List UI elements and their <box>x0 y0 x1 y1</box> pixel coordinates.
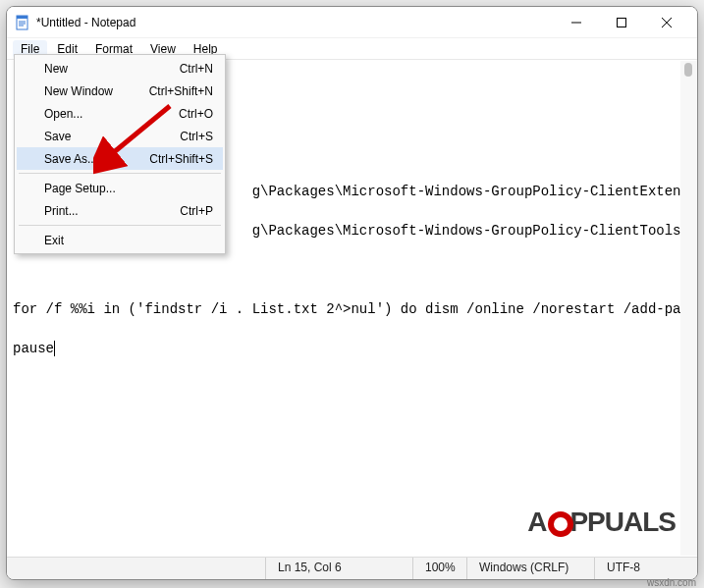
menu-print[interactable]: Print... Ctrl+P <box>17 199 223 222</box>
scrollbar-thumb[interactable] <box>684 63 692 77</box>
menu-save-as[interactable]: Save As... Ctrl+Shift+S <box>17 147 223 170</box>
menu-new[interactable]: New Ctrl+N <box>17 57 223 80</box>
vertical-scrollbar[interactable] <box>680 61 697 556</box>
svg-rect-1 <box>17 16 27 19</box>
window-controls <box>554 7 689 38</box>
maximize-button[interactable] <box>599 7 644 38</box>
menu-separator <box>19 173 221 174</box>
file-menu-dropdown: New Ctrl+N New Window Ctrl+Shift+N Open.… <box>14 54 226 254</box>
window-title: *Untitled - Notepad <box>36 16 554 29</box>
menu-open[interactable]: Open... Ctrl+O <box>17 102 223 125</box>
statusbar: Ln 15, Col 6 100% Windows (CRLF) UTF-8 <box>7 557 697 579</box>
menu-exit[interactable]: Exit <box>17 229 223 251</box>
attribution-text: wsxdn.com <box>647 577 696 588</box>
menu-save[interactable]: Save Ctrl+S <box>17 125 223 147</box>
status-zoom: 100% <box>412 558 466 579</box>
status-line-ending: Windows (CRLF) <box>466 558 594 579</box>
minimize-button[interactable] <box>554 7 599 38</box>
menu-new-window[interactable]: New Window Ctrl+Shift+N <box>17 80 223 102</box>
text-caret <box>54 341 55 356</box>
menu-separator <box>19 225 221 226</box>
titlebar[interactable]: *Untitled - Notepad <box>7 7 697 38</box>
close-button[interactable] <box>644 7 689 38</box>
status-position: Ln 15, Col 6 <box>265 558 412 579</box>
status-encoding: UTF-8 <box>594 558 697 579</box>
menu-page-setup[interactable]: Page Setup... <box>17 177 223 199</box>
notepad-icon <box>15 15 30 30</box>
svg-rect-6 <box>618 18 626 27</box>
